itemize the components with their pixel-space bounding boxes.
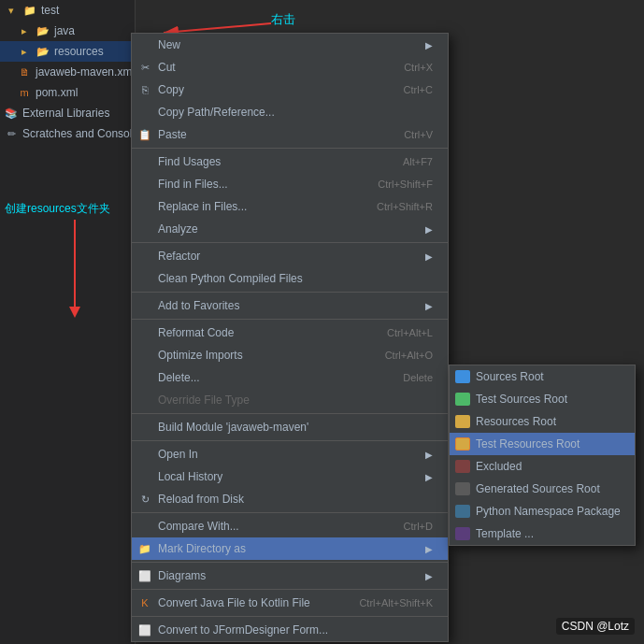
- scratches-icon: ✏: [4, 126, 19, 141]
- submenu-arrow: ▶: [425, 472, 433, 482]
- submenu-item-label: Test Sources Root: [476, 393, 567, 406]
- menu-item-replace[interactable]: Replace in Files... Ctrl+Shift+R: [132, 195, 448, 218]
- menu-item-label: Convert Java File to Kotlin File: [158, 596, 310, 609]
- menu-item-cut[interactable]: ✂ Cut Ctrl+X: [132, 56, 448, 79]
- menu-item-label: Override File Type: [158, 394, 250, 407]
- sources-root-icon: [455, 370, 470, 383]
- menu-item-label: Reload from Disk: [158, 493, 244, 506]
- menu-item-compare[interactable]: Compare With... Ctrl+D: [132, 515, 448, 537]
- tree-item-scratches[interactable]: ✏ Scratches and Console: [0, 123, 135, 144]
- tree-item-label: test: [41, 4, 59, 17]
- submenu-item-label: Sources Root: [476, 370, 544, 383]
- menu-item-reload[interactable]: ↻ Reload from Disk: [132, 488, 448, 510]
- submenu-template[interactable]: Template ...: [450, 522, 635, 545]
- submenu-arrow: ▶: [425, 251, 433, 262]
- submenu-excluded[interactable]: Excluded: [450, 455, 635, 478]
- menu-item-find-files[interactable]: Find in Files... Ctrl+Shift+F: [132, 173, 448, 195]
- jform-icon: ⬜: [137, 623, 152, 637]
- excluded-icon: [455, 460, 470, 473]
- separator: [132, 616, 448, 617]
- menu-item-refactor[interactable]: Refactor ▶: [132, 245, 448, 267]
- shortcut-label: Ctrl+X: [404, 62, 433, 73]
- tree-item-java[interactable]: ▸ 📂 java: [0, 21, 135, 41]
- submenu-item-label: Template ...: [476, 527, 534, 540]
- menu-item-find-usages[interactable]: Find Usages Alt+F7: [132, 150, 448, 173]
- menu-item-new[interactable]: New ▶: [132, 34, 448, 56]
- menu-item-reformat[interactable]: Reformat Code Ctrl+Alt+L: [132, 322, 448, 344]
- menu-item-label: Delete...: [158, 371, 200, 384]
- tree-item-xmlfile[interactable]: 🗎 javaweb-maven.xml: [0, 62, 135, 82]
- menu-item-paste[interactable]: 📋 Paste Ctrl+V: [132, 123, 448, 146]
- shortcut-label: Delete: [403, 372, 433, 383]
- separator: [132, 242, 448, 243]
- shortcut-label: Ctrl+Shift+R: [377, 201, 433, 212]
- generated-icon: [455, 482, 470, 495]
- menu-item-open-in[interactable]: Open In ▶: [132, 443, 448, 465]
- menu-item-label: Diagrams: [158, 569, 206, 582]
- submenu-resources-root[interactable]: Resources Root: [450, 410, 635, 433]
- expand-icon: ▾: [4, 3, 19, 18]
- menu-item-label: Find in Files...: [158, 178, 228, 191]
- menu-item-label: Local History: [158, 470, 222, 483]
- menu-item-build-module[interactable]: Build Module 'javaweb-maven': [132, 416, 448, 438]
- tree-item-ext-lib[interactable]: 📚 External Libraries: [0, 103, 135, 123]
- tree-item-resources[interactable]: ▸ 📂 resources: [0, 41, 135, 62]
- annotation-right-click: 右击: [271, 11, 295, 28]
- folder-icon: 📂: [36, 44, 50, 59]
- mark-dir-icon: 📁: [137, 541, 152, 556]
- tree-item-label: External Libraries: [22, 107, 109, 120]
- lib-icon: 📚: [4, 106, 19, 121]
- context-menu: New ▶ ✂ Cut Ctrl+X ⎘ Copy Ctrl+C Copy Pa…: [131, 33, 449, 642]
- menu-item-clean-python[interactable]: Clean Python Compiled Files: [132, 267, 448, 290]
- shortcut-label: Ctrl+C: [404, 84, 433, 95]
- submenu-item-label: Excluded: [476, 460, 522, 473]
- submenu-item-label: Generated Sources Root: [476, 482, 600, 495]
- test-resources-root-icon: [455, 437, 470, 451]
- file-tree: ▾ 📁 test ▸ 📂 java ▸ 📂 resources 🗎 javawe…: [0, 0, 136, 644]
- menu-item-label: Replace in Files...: [158, 200, 247, 213]
- shortcut-label: Ctrl+V: [404, 129, 433, 140]
- menu-item-diagrams[interactable]: ⬜ Diagrams ▶: [132, 565, 448, 587]
- menu-item-local-history[interactable]: Local History ▶: [132, 465, 448, 488]
- tree-item-label: javaweb-maven.xml: [36, 65, 135, 79]
- tree-item-pom[interactable]: m pom.xml: [0, 82, 135, 103]
- shortcut-label: Ctrl+Alt+Shift+K: [359, 597, 433, 608]
- menu-item-delete[interactable]: Delete... Delete: [132, 366, 448, 389]
- menu-item-label: Cut: [158, 61, 176, 74]
- folder-icon: 📁: [22, 3, 37, 18]
- paste-icon: 📋: [137, 127, 152, 142]
- shortcut-label: Ctrl+Alt+L: [387, 327, 433, 338]
- mark-directory-submenu: Sources Root Test Sources Root Resources…: [449, 365, 636, 546]
- svg-line-1: [164, 23, 271, 33]
- menu-item-label: Compare With...: [158, 520, 239, 533]
- reload-icon: ↻: [137, 492, 152, 507]
- menu-item-mark-directory[interactable]: 📁 Mark Directory as ▶: [132, 537, 448, 560]
- menu-item-convert-kotlin[interactable]: K Convert Java File to Kotlin File Ctrl+…: [132, 592, 448, 614]
- file-icon: 🗎: [17, 64, 32, 79]
- menu-item-label: Copy: [158, 83, 184, 96]
- menu-item-analyze[interactable]: Analyze ▶: [132, 218, 448, 240]
- expand-icon: ▸: [17, 44, 32, 59]
- separator: [132, 292, 448, 293]
- menu-item-label: Reformat Code: [158, 326, 234, 339]
- submenu-arrow: ▶: [425, 224, 433, 235]
- menu-item-favorites[interactable]: Add to Favorites ▶: [132, 294, 448, 317]
- menu-item-copy[interactable]: ⎘ Copy Ctrl+C: [132, 79, 448, 101]
- menu-item-copy-path[interactable]: Copy Path/Reference...: [132, 101, 448, 123]
- menu-item-override-filetype: Override File Type: [132, 389, 448, 411]
- submenu-sources-root[interactable]: Sources Root: [450, 365, 635, 388]
- menu-item-optimize[interactable]: Optimize Imports Ctrl+Alt+O: [132, 344, 448, 366]
- menu-item-label: Refactor: [158, 250, 200, 263]
- menu-item-label: New: [158, 38, 180, 51]
- file-icon: m: [17, 85, 32, 100]
- submenu-python-ns[interactable]: Python Namespace Package: [450, 500, 635, 522]
- tree-item-test[interactable]: ▾ 📁 test: [0, 0, 135, 21]
- separator: [132, 589, 448, 590]
- separator: [132, 562, 448, 563]
- submenu-generated[interactable]: Generated Sources Root: [450, 478, 635, 500]
- submenu-item-label: Python Namespace Package: [476, 505, 621, 518]
- menu-item-convert-jform[interactable]: ⬜ Convert to JFormDesigner Form...: [132, 619, 448, 641]
- folder-icon: 📂: [36, 23, 50, 38]
- submenu-test-sources-root[interactable]: Test Sources Root: [450, 388, 635, 410]
- submenu-test-resources-root[interactable]: Test Resources Root: [450, 433, 635, 455]
